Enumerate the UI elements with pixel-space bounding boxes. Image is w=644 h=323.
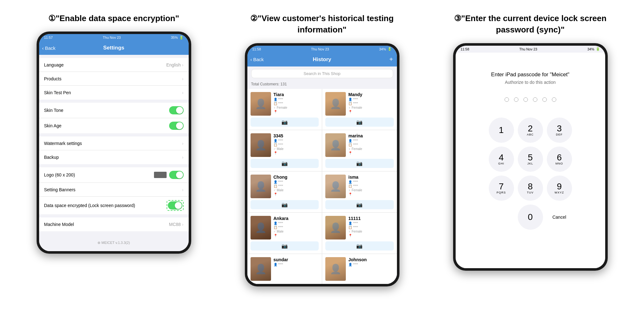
customer-detail-3345-1: 👤****	[274, 139, 319, 142]
customer-detail-ankara-4: 📍	[274, 234, 319, 237]
skin-test-pen-chevron-icon: ›	[182, 90, 184, 95]
passcode-dot-3	[523, 97, 528, 102]
machine-model-chevron-icon: ›	[182, 222, 184, 227]
customer-detail-marina-4: 📍	[348, 151, 394, 155]
settings-footer: ⊛ MEICET v.1.3.3(2)	[39, 234, 189, 251]
skin-age-toggle[interactable]	[169, 122, 184, 130]
customer-photo-11111: 👤	[325, 216, 346, 239]
logo-placeholder	[154, 172, 167, 178]
camera-btn-tiara[interactable]: 📷	[251, 118, 319, 127]
customer-detail-marina-1: 👤****	[348, 139, 394, 142]
customer-card-tiara[interactable]: 👤 Tiara 👤**** 📋**** ♀Female 📍	[247, 89, 322, 130]
customer-card-11111[interactable]: 👤 11111 👤**** 📋**** ♀Female 📍	[322, 213, 397, 254]
camera-btn-isma[interactable]: 📷	[325, 200, 394, 209]
face-silhouette-johnson: 👤	[325, 257, 346, 281]
numpad-key-7[interactable]: 7 PQRS	[489, 176, 514, 201]
step1-back-button[interactable]: ‹ Back	[42, 45, 56, 51]
step2-add-icon: +	[389, 56, 393, 63]
numpad-letters-6: MNO	[556, 162, 563, 165]
numpad-key-5[interactable]: 5 JKL	[518, 147, 543, 172]
customer-card-mandy[interactable]: 👤 Mandy 👤**** 📋**** ♀Female 📍	[322, 89, 397, 130]
settings-row-watermark[interactable]: Watermark settings ›	[39, 136, 189, 150]
camera-btn-3345[interactable]: 📷	[251, 159, 319, 168]
numpad-cancel-button[interactable]: Cancel	[547, 205, 572, 230]
customer-photo-sundar: 👤	[251, 257, 271, 281]
data-encrypted-dashed-box	[167, 200, 184, 211]
numpad-key-3[interactable]: 3 DEF	[547, 118, 572, 143]
customer-detail-chong-3: ♂Male	[274, 188, 319, 192]
customer-detail-isma-3: ♀Female	[348, 188, 394, 192]
camera-btn-mandy[interactable]: 📷	[325, 118, 394, 127]
numpad-key-1[interactable]: 1	[489, 118, 514, 143]
customer-card-inner-tiara: 👤 Tiara 👤**** 📋**** ♀Female 📍	[251, 92, 319, 116]
customer-detail-tiara-1: 👤****	[274, 98, 319, 101]
passcode-dot-5	[542, 97, 547, 102]
face-silhouette-tiara: 👤	[251, 92, 271, 116]
numpad-key-9[interactable]: 9 WXYZ	[547, 176, 572, 201]
step2-battery: 34%	[379, 47, 386, 51]
step2-time: 11:58	[252, 47, 261, 51]
numpad-letters-9: WXYZ	[555, 191, 564, 194]
settings-row-language[interactable]: Language English ›	[39, 58, 189, 72]
customer-card-isma[interactable]: 👤 isma 👤**** 📋**** ♀Female 📍	[322, 171, 397, 212]
camera-btn-11111[interactable]: 📷	[325, 241, 394, 251]
step2-back-chevron: ‹	[251, 57, 252, 62]
numpad-key-4[interactable]: 4 GHI	[489, 147, 514, 172]
customer-name-isma: isma	[348, 175, 394, 180]
settings-row-data-encrypted[interactable]: Data space encrypted (Lock screen passwo…	[39, 197, 189, 214]
step3-screen: 11:58 Thu Nov 23 34% 🔋 Enter iPad passco…	[456, 46, 605, 268]
passcode-subtitle: Authorize to do this action	[505, 80, 556, 85]
settings-group-4: Logo (60 x 200) Setting Banners	[39, 167, 189, 214]
main-container: ①"Enable data space encryption" 11:57 Th…	[10, 13, 635, 286]
language-label: Language	[44, 62, 64, 67]
settings-row-products[interactable]: Products ›	[39, 72, 189, 86]
numpad-key-0[interactable]: 0	[518, 205, 543, 230]
settings-row-logo[interactable]: Logo (60 x 200)	[39, 167, 189, 183]
settings-row-banners[interactable]: Setting Banners ›	[39, 183, 189, 197]
step2-back-button[interactable]: ‹ Back	[251, 57, 264, 62]
customer-card-chong[interactable]: 👤 Chong 👤**** 📋**** ♂Male 📍	[247, 171, 322, 212]
camera-btn-chong[interactable]: 📷	[251, 200, 319, 209]
settings-row-backup[interactable]: Backup ›	[39, 150, 189, 164]
logo-toggle-area	[154, 171, 184, 179]
logo-toggle[interactable]	[169, 171, 184, 179]
watermark-chevron-icon: ›	[182, 141, 184, 146]
settings-row-skin-test-pen[interactable]: Skin Test Pen ›	[39, 86, 189, 100]
settings-row-skin-age[interactable]: Skin Age	[39, 118, 189, 133]
skin-tone-toggle[interactable]	[169, 106, 184, 114]
search-bar[interactable]: Search in This Shop	[251, 69, 393, 78]
customer-photo-johnson: 👤	[325, 257, 346, 281]
customer-photo-mandy: 👤	[325, 92, 346, 116]
banners-value: ›	[182, 187, 184, 192]
step2-add-button[interactable]: +	[389, 56, 393, 63]
step1-nav-bar: ‹ Back Settings	[39, 41, 189, 55]
step2-nav-bar: ‹ Back History +	[247, 53, 397, 66]
customer-card-marina[interactable]: 👤 marina 👤**** 📋**** ♀Female 📍	[322, 130, 397, 171]
search-placeholder: Search in This Shop	[304, 71, 340, 76]
step2-status-bar: 11:58 Thu Nov 23 34% 🔋	[247, 46, 397, 53]
customer-detail-sundar-1: 👤****	[274, 263, 319, 266]
customer-card-sundar[interactable]: 👤 sundar 👤****	[247, 254, 322, 284]
numpad-key-6[interactable]: 6 MNO	[547, 147, 572, 172]
customer-detail-isma-2: 📋****	[348, 184, 394, 188]
face-silhouette-isma: 👤	[325, 175, 346, 198]
numpad-key-2[interactable]: 2 ABC	[518, 118, 543, 143]
settings-row-skin-tone[interactable]: Skin Tone	[39, 103, 189, 118]
numpad-key-8[interactable]: 8 TUV	[518, 176, 543, 201]
customer-name-johnson: Johnson	[348, 257, 394, 262]
machine-model-label: Machine Model	[44, 222, 74, 227]
camera-btn-ankara[interactable]: 📷	[251, 241, 319, 251]
customer-card-ankara[interactable]: 👤 Ankara 👤**** 📋**** ♂Male 📍	[247, 213, 322, 254]
camera-btn-marina[interactable]: 📷	[325, 159, 394, 168]
settings-group-2: Skin Tone Skin Age	[39, 103, 189, 133]
watermark-label: Watermark settings	[44, 141, 82, 146]
customer-name-ankara: Ankara	[274, 216, 319, 221]
settings-row-machine-model[interactable]: Machine Model MC88 ›	[39, 217, 189, 231]
customer-card-3345[interactable]: 👤 3345 👤**** 📋**** ♂Male 📍	[247, 130, 322, 171]
customer-card-inner-isma: 👤 isma 👤**** 📋**** ♀Female 📍	[325, 175, 394, 198]
customer-card-johnson[interactable]: 👤 Johnson 👤****	[322, 254, 397, 284]
numpad-letters-4: GHI	[498, 162, 504, 165]
data-encrypted-toggle[interactable]	[168, 201, 182, 210]
customer-card-inner-marina: 👤 marina 👤**** 📋**** ♀Female 📍	[325, 133, 394, 157]
customer-name-tiara: Tiara	[274, 92, 319, 97]
